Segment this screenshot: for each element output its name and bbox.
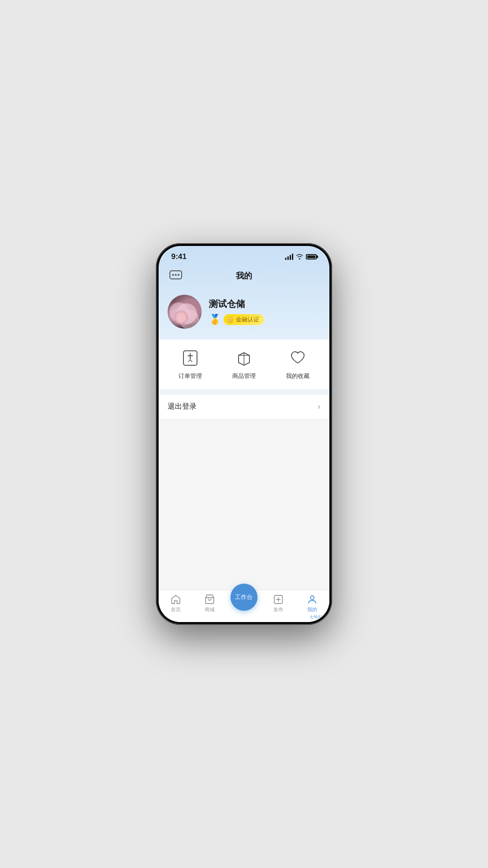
signal-icon	[285, 254, 293, 260]
nav-my-label: 我的	[307, 606, 317, 613]
phone-frame: 9:41	[156, 243, 332, 625]
wifi-icon	[296, 254, 303, 259]
action-product-label: 商品管理	[232, 372, 256, 380]
profile-section: 测试仓储 🥇 🪙 金融认证	[159, 290, 329, 340]
nav-item-workbench[interactable]: 工作台	[227, 596, 261, 611]
cert-label: 金融认证	[236, 316, 259, 324]
avatar-image	[168, 295, 202, 329]
action-product[interactable]: 商品管理	[217, 347, 271, 380]
profile-badges: 🥇 🪙 金融认证	[209, 314, 264, 326]
status-bar: 9:41	[159, 246, 329, 264]
watermark: 七号在线	[310, 614, 326, 620]
nav-home-label: 首页	[171, 606, 181, 613]
nav-item-publish[interactable]: 发布	[261, 594, 296, 613]
workbench-fab[interactable]: 工作台	[230, 584, 258, 611]
svg-point-3	[178, 274, 179, 276]
status-icons	[285, 254, 317, 260]
action-favorite-label: 我的收藏	[286, 372, 310, 380]
action-order[interactable]: 订单管理	[163, 347, 217, 380]
svg-point-1	[172, 274, 174, 276]
action-order-label: 订单管理	[178, 372, 202, 380]
logout-label: 退出登录	[168, 402, 197, 411]
phone-screen: 9:41	[159, 246, 329, 622]
nav-mall-label: 商城	[205, 606, 215, 613]
mall-icon	[204, 594, 215, 605]
fab-container: 工作台	[230, 584, 258, 611]
menu-section: 退出登录 ›	[159, 395, 329, 419]
logout-chevron-icon: ›	[318, 402, 320, 411]
favorite-icon-wrap	[287, 347, 309, 368]
quick-actions: 订单管理 商品管理	[159, 340, 329, 389]
logout-item[interactable]: 退出登录 ›	[159, 395, 329, 419]
nav-item-home[interactable]: 首页	[159, 594, 193, 613]
nav-item-mall[interactable]: 商城	[193, 594, 227, 613]
nav-item-my[interactable]: 我的	[295, 594, 329, 613]
svg-point-2	[175, 274, 177, 276]
nav-publish-label: 发布	[273, 606, 283, 613]
content-area	[159, 419, 329, 590]
battery-icon	[306, 254, 317, 259]
action-favorite[interactable]: 我的收藏	[271, 347, 325, 380]
page-header: 我的	[159, 264, 329, 290]
status-time: 9:41	[171, 252, 187, 261]
workbench-label: 工作台	[235, 593, 253, 601]
profile-info: 测试仓储 🥇 🪙 金融认证	[209, 298, 264, 326]
home-icon	[170, 594, 181, 605]
svg-point-7	[310, 596, 314, 599]
medal-badge: 🥇	[209, 314, 221, 326]
message-button[interactable]	[168, 268, 184, 284]
page-title: 我的	[236, 270, 252, 281]
cert-icon: 🪙	[226, 316, 234, 323]
product-icon-wrap	[233, 347, 255, 368]
my-icon	[307, 594, 318, 605]
bottom-nav: 首页 商城 工作台	[159, 590, 329, 622]
cert-badge: 🪙 金融认证	[224, 314, 264, 325]
avatar[interactable]	[168, 295, 202, 329]
order-icon-wrap	[179, 347, 201, 368]
profile-name: 测试仓储	[209, 298, 264, 310]
publish-icon	[273, 594, 284, 605]
